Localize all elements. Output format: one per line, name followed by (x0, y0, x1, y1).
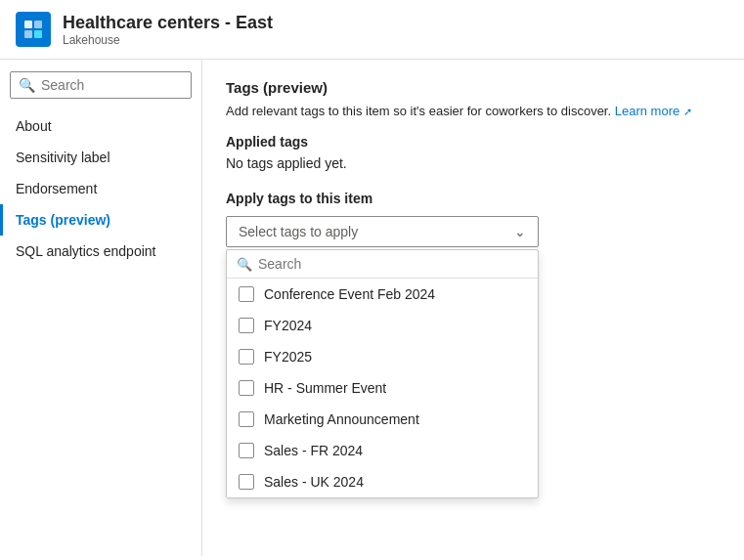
tag-checkbox-2[interactable] (239, 318, 254, 333)
tag-label-6: Sales - FR 2024 (264, 443, 363, 458)
tags-dropdown-trigger[interactable]: Select tags to apply ⌄ (226, 216, 539, 247)
tag-checkbox-5[interactable] (239, 411, 254, 427)
learn-more-link[interactable]: Learn more➚ (615, 104, 692, 118)
no-tags-text: No tags applied yet. (226, 155, 721, 171)
tag-checkbox-1[interactable] (239, 286, 254, 302)
page-header: Healthcare centers - East Lakehouse (0, 0, 744, 60)
tags-dropdown-container: Select tags to apply ⌄ 🔍 Conference Even… (226, 216, 539, 247)
tag-checkbox-3[interactable] (239, 349, 254, 365)
tag-option-1[interactable]: Conference Event Feb 2024 (227, 279, 538, 310)
tag-option-4[interactable]: HR - Summer Event (227, 372, 538, 404)
description-text: Add relevant tags to this item so it's e… (226, 104, 611, 118)
tags-dropdown-menu: 🔍 Conference Event Feb 2024 FY2024 FY202… (226, 249, 539, 498)
chevron-down-icon: ⌄ (514, 224, 526, 239)
tag-label-2: FY2024 (264, 318, 312, 333)
header-text-block: Healthcare centers - East Lakehouse (63, 13, 273, 47)
apply-tags-label: Apply tags to this item (226, 191, 721, 206)
sidebar-item-endorsement[interactable]: Endorsement (0, 173, 201, 204)
tag-option-3[interactable]: FY2025 (227, 341, 538, 372)
tags-description: Add relevant tags to this item so it's e… (226, 104, 721, 118)
app-icon (16, 12, 51, 47)
sidebar-search-input[interactable] (41, 77, 183, 93)
sidebar: 🔍 About Sensitivity label Endorsement Ta… (0, 60, 202, 556)
tag-checkbox-6[interactable] (239, 443, 254, 458)
applied-tags-label: Applied tags (226, 134, 721, 150)
tag-option-2[interactable]: FY2024 (227, 310, 538, 341)
tag-checkbox-7[interactable] (239, 474, 254, 490)
tag-option-7[interactable]: Sales - UK 2024 (227, 466, 538, 497)
dropdown-search-icon: 🔍 (237, 257, 252, 272)
sidebar-item-sensitivity-label[interactable]: Sensitivity label (0, 142, 201, 173)
svg-rect-1 (34, 21, 42, 28)
tag-option-6[interactable]: Sales - FR 2024 (227, 435, 538, 466)
search-icon: 🔍 (19, 77, 35, 93)
page-title: Healthcare centers - East (63, 13, 273, 33)
page-subtitle: Lakehouse (63, 33, 273, 47)
tags-section-title: Tags (preview) (226, 79, 721, 96)
dropdown-placeholder: Select tags to apply (239, 224, 358, 239)
sidebar-item-sql-analytics-endpoint[interactable]: SQL analytics endpoint (0, 236, 201, 267)
tag-label-1: Conference Event Feb 2024 (264, 286, 435, 302)
tag-label-3: FY2025 (264, 349, 312, 365)
external-link-icon: ➚ (683, 106, 692, 118)
tag-label-4: HR - Summer Event (264, 380, 386, 396)
sidebar-item-about[interactable]: About (0, 110, 201, 142)
svg-rect-0 (24, 21, 32, 28)
dropdown-search-input[interactable] (258, 256, 528, 272)
svg-rect-3 (34, 30, 42, 38)
dropdown-search-box[interactable]: 🔍 (227, 250, 538, 279)
main-content: Tags (preview) Add relevant tags to this… (202, 60, 744, 556)
sidebar-item-tags-preview[interactable]: Tags (preview) (0, 204, 201, 236)
tag-label-5: Marketing Announcement (264, 411, 419, 427)
tag-checkbox-4[interactable] (239, 380, 254, 396)
sidebar-search-box[interactable]: 🔍 (10, 71, 192, 99)
svg-rect-2 (24, 30, 32, 38)
content-area: 🔍 About Sensitivity label Endorsement Ta… (0, 60, 744, 556)
tag-label-7: Sales - UK 2024 (264, 474, 364, 490)
tag-option-5[interactable]: Marketing Announcement (227, 404, 538, 435)
